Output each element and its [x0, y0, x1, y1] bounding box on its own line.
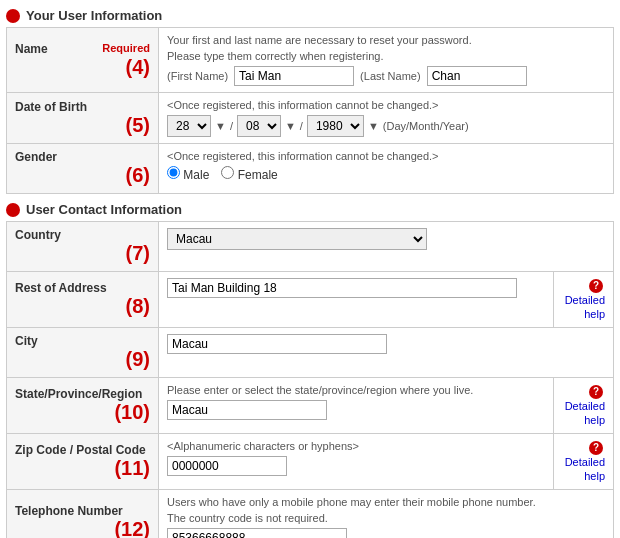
phone-label: Telephone Number — [15, 504, 123, 518]
gender-content-cell: <Once registered, this information canno… — [159, 144, 614, 194]
gender-female-label[interactable]: Female — [221, 166, 277, 182]
city-label: City — [15, 334, 38, 348]
gender-label-cell: Gender (6) — [7, 144, 159, 194]
state-help-link[interactable]: Detailedhelp — [565, 400, 605, 426]
dob-info: <Once registered, this information canno… — [167, 99, 605, 111]
dob-year-select[interactable]: 1980 — [307, 115, 364, 137]
state-help-cell: ? Detailedhelp — [554, 378, 614, 434]
address-step: (8) — [15, 295, 150, 318]
last-label: (Last Name) — [360, 70, 421, 82]
address-label-cell: Rest of Address (8) — [7, 272, 159, 328]
state-content-cell: Please enter or select the state/provinc… — [159, 378, 554, 434]
address-input[interactable] — [167, 278, 517, 298]
country-label: Country — [15, 228, 61, 242]
section2-header: User Contact Information — [6, 202, 614, 217]
address-help-icon: ? — [589, 279, 603, 293]
address-row: Rest of Address (8) ? Detailedhelp — [7, 272, 614, 328]
phone-input[interactable] — [167, 528, 347, 538]
zip-info: <Alphanumeric characters or hyphens> — [167, 440, 545, 452]
address-label: Rest of Address — [15, 281, 107, 295]
dob-label-cell: Date of Birth (5) — [7, 93, 159, 144]
section1-title: Your User Information — [26, 8, 162, 23]
phone-row: Telephone Number (12) Users who have onl… — [7, 490, 614, 539]
zip-label: Zip Code / Postal Code — [15, 443, 146, 457]
zip-label-cell: Zip Code / Postal Code (11) — [7, 434, 159, 490]
zip-step: (11) — [15, 457, 150, 480]
state-row: State/Province/Region (10) Please enter … — [7, 378, 614, 434]
name-content-cell: Your first and last name are necessary t… — [159, 28, 614, 93]
city-row: City (9) — [7, 328, 614, 378]
name-info2: Please type them correctly when register… — [167, 50, 605, 62]
contact-info-table: Country (7) Macau Rest of Address (8) ? … — [6, 221, 614, 538]
zip-input[interactable] — [167, 456, 287, 476]
gender-female-text: Female — [238, 168, 278, 182]
dob-label: Date of Birth — [15, 100, 87, 114]
section1-dot — [6, 9, 20, 23]
gender-female-radio[interactable] — [221, 166, 234, 179]
zip-row: Zip Code / Postal Code (11) <Alphanumeri… — [7, 434, 614, 490]
phone-info2: The country code is not required. — [167, 512, 605, 524]
name-info1: Your first and last name are necessary t… — [167, 34, 605, 46]
state-label: State/Province/Region — [15, 387, 142, 401]
dob-content-cell: <Once registered, this information canno… — [159, 93, 614, 144]
dob-inputs: 28 ▼ / 08 ▼ / 1980 ▼ (Day/Month/Year) — [167, 115, 605, 137]
gender-male-radio[interactable] — [167, 166, 180, 179]
country-select[interactable]: Macau — [167, 228, 427, 250]
contact-info-section: User Contact Information Country (7) Mac… — [6, 202, 614, 538]
country-step: (7) — [15, 242, 150, 265]
country-content-cell: Macau — [159, 222, 614, 272]
dob-day-select[interactable]: 28 — [167, 115, 211, 137]
name-label: Name — [15, 42, 48, 56]
address-content-cell — [159, 272, 554, 328]
address-help-link[interactable]: Detailedhelp — [565, 294, 605, 320]
address-help-cell: ? Detailedhelp — [554, 272, 614, 328]
section2-dot — [6, 203, 20, 217]
phone-info1: Users who have only a mobile phone may e… — [167, 496, 605, 508]
state-input[interactable] — [167, 400, 327, 420]
gender-male-label[interactable]: Male — [167, 166, 209, 182]
zip-content-cell: <Alphanumeric characters or hyphens> — [159, 434, 554, 490]
gender-label: Gender — [15, 150, 57, 164]
gender-row: Gender (6) <Once registered, this inform… — [7, 144, 614, 194]
name-label-cell: Name Required (4) — [7, 28, 159, 93]
section2-title: User Contact Information — [26, 202, 182, 217]
phone-label-cell: Telephone Number (12) — [7, 490, 159, 539]
country-row: Country (7) Macau — [7, 222, 614, 272]
city-step: (9) — [15, 348, 150, 371]
city-label-cell: City (9) — [7, 328, 159, 378]
gender-male-text: Male — [183, 168, 209, 182]
zip-help-cell: ? Detailedhelp — [554, 434, 614, 490]
city-input[interactable] — [167, 334, 387, 354]
name-inputs: (First Name) (Last Name) — [167, 66, 605, 86]
first-label: (First Name) — [167, 70, 228, 82]
zip-help-icon: ? — [589, 441, 603, 455]
phone-content-cell: Users who have only a mobile phone may e… — [159, 490, 614, 539]
required-text: Required — [102, 42, 150, 54]
country-label-cell: Country (7) — [7, 222, 159, 272]
user-info-table: Name Required (4) Your first and last na… — [6, 27, 614, 194]
city-content-cell — [159, 328, 614, 378]
first-name-input[interactable] — [234, 66, 354, 86]
zip-help-link[interactable]: Detailedhelp — [565, 456, 605, 482]
gender-options: Male Female — [167, 166, 605, 182]
dob-month-select[interactable]: 08 — [237, 115, 281, 137]
state-label-cell: State/Province/Region (10) — [7, 378, 159, 434]
dob-step: (5) — [15, 114, 150, 137]
user-info-section: Your User Information Name Required (4) … — [6, 8, 614, 194]
phone-step: (12) — [15, 518, 150, 539]
dob-format: (Day/Month/Year) — [383, 120, 469, 132]
gender-info: <Once registered, this information canno… — [167, 150, 605, 162]
section1-header: Your User Information — [6, 8, 614, 23]
dob-row: Date of Birth (5) <Once registered, this… — [7, 93, 614, 144]
last-name-input[interactable] — [427, 66, 527, 86]
state-step: (10) — [15, 401, 150, 424]
state-info: Please enter or select the state/provinc… — [167, 384, 545, 396]
gender-step: (6) — [15, 164, 150, 187]
state-help-icon: ? — [589, 385, 603, 399]
name-step: (4) — [15, 56, 150, 79]
name-row: Name Required (4) Your first and last na… — [7, 28, 614, 93]
